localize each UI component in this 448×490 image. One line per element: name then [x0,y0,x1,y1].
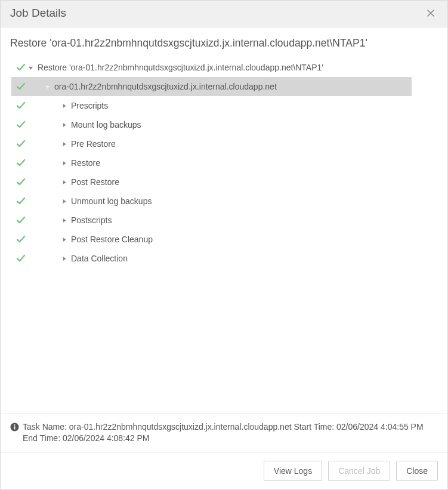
chevron-right-icon[interactable] [60,141,67,147]
dialog-body: Restore 'ora-01.hr2z2nbmhnqutdsxgscjtuxi… [1,27,447,489]
check-icon [15,120,27,130]
job-details-dialog: Job Details Restore 'ora-01.hr2z2nbmhnqu… [0,0,448,490]
tree-row-label: Unmount log backups [71,196,152,206]
chevron-right-icon[interactable] [60,256,67,261]
job-heading: Restore 'ora-01.hr2z2nbmhnqutdsxgscjtuxi… [1,27,447,58]
chevron-right-icon[interactable] [60,161,67,166]
tree-row[interactable]: Post Restore Cleanup [1,230,447,249]
tree-row-label: ora-01.hr2z2nbmhnqutdsxgscjtuxizd.jx.int… [54,82,277,91]
check-icon [15,196,27,206]
chevron-right-icon[interactable] [60,122,67,128]
check-icon [15,215,27,225]
check-icon [15,139,27,149]
chevron-right-icon[interactable] [60,237,67,242]
chevron-down-icon[interactable] [27,65,34,70]
info-icon [10,423,19,432]
tree-row[interactable]: Pre Restore [1,134,447,153]
dialog-titlebar: Job Details [1,1,447,27]
view-logs-button[interactable]: View Logs [264,461,322,481]
tree-row-label: Postscripts [71,215,112,225]
chevron-right-icon[interactable] [60,218,67,223]
button-bar: View Logs Cancel Job Close [1,452,447,489]
tree-row[interactable]: ora-01.hr2z2nbmhnqutdsxgscjtuxizd.jx.int… [11,77,412,96]
tree-row[interactable]: Unmount log backups [1,192,447,211]
chevron-down-icon[interactable] [44,84,51,90]
check-icon [15,177,27,187]
chevron-right-icon[interactable] [60,199,67,204]
check-icon [15,254,27,263]
tree-row[interactable]: Post Restore [1,172,447,192]
tree-row[interactable]: Mount log backups [1,115,447,134]
tree-row[interactable]: Restore 'ora-01.hr2z2nbmhnqutdsxgscjtuxi… [1,58,447,77]
task-info-text: Task Name: ora-01.hr2z2nbmhnqutdsxgscjtu… [23,421,438,445]
dialog-title: Job Details [10,7,66,20]
tree-row[interactable]: Data Collection [1,249,447,268]
svg-point-2 [14,424,15,426]
tree-row-label: Restore [71,158,100,168]
tree-row[interactable]: Prescripts [1,96,447,115]
tree-row-label: Pre Restore [71,139,116,149]
tree-row[interactable]: Postscripts [1,211,447,230]
check-icon [15,82,27,91]
chevron-right-icon[interactable] [60,180,67,185]
tree-row-label: Post Restore Cleanup [71,235,153,244]
check-icon [15,158,27,168]
close-button[interactable]: Close [396,461,438,481]
tree-row-label: Post Restore [71,177,119,187]
close-icon[interactable] [424,8,438,18]
task-info-footer: Task Name: ora-01.hr2z2nbmhnqutdsxgscjtu… [1,414,447,452]
check-icon [15,101,27,110]
tree-row[interactable]: Restore [1,153,447,172]
tree-row-label: Prescripts [71,101,108,110]
tree-row-label: Restore 'ora-01.hr2z2nbmhnqutdsxgscjtuxi… [38,63,323,72]
check-icon [15,63,27,72]
tree-row-label: Data Collection [71,254,128,263]
scroll-area[interactable]: Restore 'ora-01.hr2z2nbmhnqutdsxgscjtuxi… [1,27,447,414]
svg-rect-1 [14,426,16,429]
task-tree: Restore 'ora-01.hr2z2nbmhnqutdsxgscjtuxi… [1,58,447,280]
chevron-right-icon[interactable] [60,103,67,109]
check-icon [15,235,27,244]
cancel-job-button: Cancel Job [328,461,390,481]
tree-row-label: Mount log backups [71,120,141,130]
